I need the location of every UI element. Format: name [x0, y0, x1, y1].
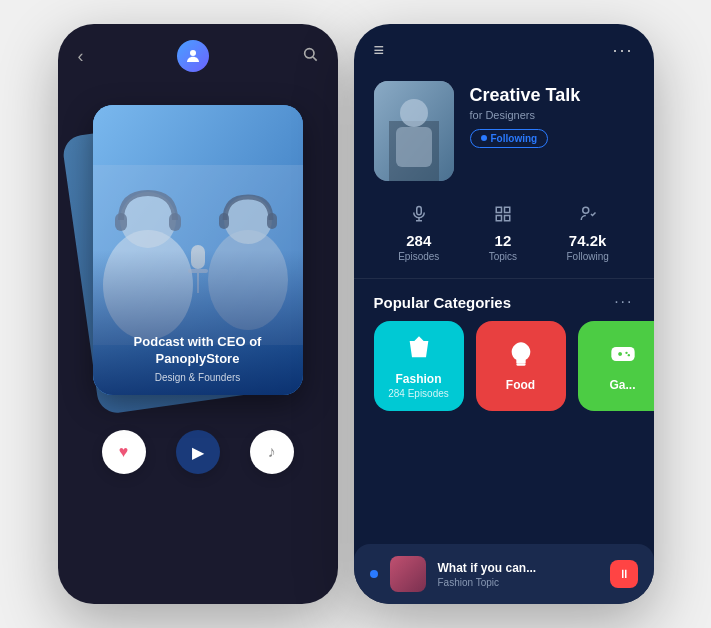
heart-icon: ♥ — [119, 443, 129, 461]
fashion-episodes: 284 Episodes — [388, 388, 449, 399]
card-text: Podcast with CEO of PanoplyStore Design … — [93, 322, 303, 395]
svg-point-34 — [627, 354, 629, 356]
food-label: Food — [506, 378, 535, 392]
svg-rect-30 — [611, 347, 634, 361]
now-playing-thumbnail — [390, 556, 426, 592]
svg-rect-20 — [396, 127, 432, 167]
svg-point-1 — [304, 49, 313, 58]
stat-topics: 12 Topics — [489, 205, 517, 262]
food-icon — [507, 340, 535, 374]
svg-point-33 — [625, 352, 627, 354]
stat-episodes: 284 Episodes — [398, 205, 439, 262]
categories-row: Fashion 284 Episodes Food — [354, 321, 654, 411]
avatar[interactable] — [177, 40, 209, 72]
stats-row: 284 Episodes 12 Topics — [354, 197, 654, 279]
now-playing-bar: What if you can... Fashion Topic ⏸ — [354, 544, 654, 604]
microphone-icon — [398, 205, 439, 228]
gaming-icon — [609, 340, 637, 374]
profile-name: Creative Talk — [470, 85, 634, 107]
svg-point-0 — [190, 50, 196, 56]
svg-rect-26 — [496, 216, 501, 221]
svg-rect-27 — [504, 216, 509, 221]
back-button[interactable]: ‹ — [78, 46, 84, 67]
profile-section: Creative Talk for Designers Following — [354, 73, 654, 197]
now-playing-title: What if you can... — [438, 561, 598, 575]
svg-line-2 — [313, 57, 317, 61]
category-food[interactable]: Food — [476, 321, 566, 411]
category-fashion[interactable]: Fashion 284 Episodes — [374, 321, 464, 411]
topics-label: Topics — [489, 251, 517, 262]
following-badge[interactable]: Following — [470, 129, 549, 148]
right-phone: ≡ ··· — [354, 24, 654, 604]
svg-point-28 — [582, 207, 588, 213]
card-title: Podcast with CEO of PanoplyStore — [107, 334, 289, 368]
stat-following: 74.2k Following — [567, 205, 609, 262]
fashion-label: Fashion — [395, 372, 441, 386]
heart-button[interactable]: ♥ — [102, 430, 146, 474]
playback-controls: ♥ ▶ ♪ — [58, 430, 338, 474]
topics-count: 12 — [489, 232, 517, 249]
playing-indicator — [370, 570, 378, 578]
svg-rect-21 — [417, 207, 422, 215]
play-button[interactable]: ▶ — [176, 430, 220, 474]
now-playing-info: What if you can... Fashion Topic — [438, 561, 598, 588]
profile-image — [374, 81, 454, 181]
following-count: 74.2k — [567, 232, 609, 249]
following-stat-label: Following — [567, 251, 609, 262]
category-gaming[interactable]: Ga... — [578, 321, 654, 411]
pause-icon: ⏸ — [618, 567, 630, 581]
gaming-label: Ga... — [609, 378, 635, 392]
card-subtitle: Design & Founders — [107, 372, 289, 383]
svg-rect-24 — [496, 207, 501, 212]
episodes-label: Episodes — [398, 251, 439, 262]
svg-point-19 — [400, 99, 428, 127]
episodes-count: 284 — [398, 232, 439, 249]
svg-rect-29 — [516, 363, 525, 365]
following-icon — [567, 205, 609, 228]
topics-icon — [489, 205, 517, 228]
left-phone: ‹ — [58, 24, 338, 604]
svg-rect-25 — [504, 207, 509, 212]
search-icon[interactable] — [302, 46, 318, 66]
now-playing-subtitle: Fashion Topic — [438, 577, 598, 588]
categories-header: Popular Categories ··· — [354, 279, 654, 321]
profile-subtitle: for Designers — [470, 109, 634, 121]
left-header: ‹ — [58, 24, 338, 80]
pause-button[interactable]: ⏸ — [610, 560, 638, 588]
hamburger-menu-icon[interactable]: ≡ — [374, 40, 385, 61]
right-header: ≡ ··· — [354, 24, 654, 73]
following-dot — [481, 135, 487, 141]
music-note-icon: ♪ — [268, 443, 276, 461]
categories-title: Popular Categories — [374, 294, 512, 311]
profile-info: Creative Talk for Designers Following — [470, 81, 634, 148]
music-note-button[interactable]: ♪ — [250, 430, 294, 474]
play-icon: ▶ — [192, 443, 204, 462]
following-label: Following — [491, 133, 538, 144]
fashion-icon — [405, 334, 433, 368]
categories-more-icon[interactable]: ··· — [614, 293, 633, 311]
podcast-cards: Podcast with CEO of PanoplyStore Design … — [58, 90, 338, 410]
more-options-icon[interactable]: ··· — [612, 40, 633, 61]
podcast-card-main[interactable]: Podcast with CEO of PanoplyStore Design … — [93, 105, 303, 395]
